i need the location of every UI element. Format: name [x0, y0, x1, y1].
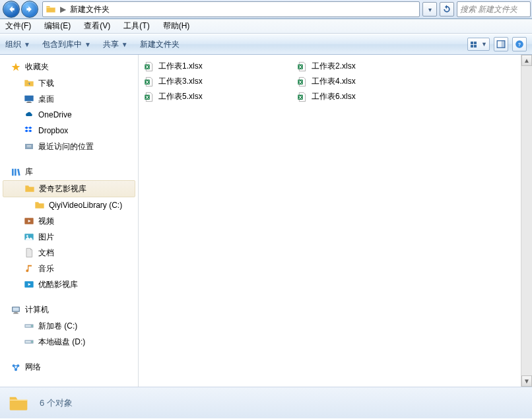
libraries-header[interactable]: 库 [0, 164, 138, 180]
svg-text:X: X [145, 79, 149, 84]
sidebar-item-music[interactable]: 音乐 [0, 261, 138, 276]
status-bar: 6 个对象 [0, 387, 532, 418]
vertical-scrollbar[interactable]: ▲ ▼ [521, 55, 532, 387]
file-item[interactable]: X 工作表5.xlsx [140, 89, 293, 104]
tree-label: 本地磁盘 (D:) [38, 336, 85, 348]
sidebar-item-videos[interactable]: 视频 [0, 213, 138, 229]
svg-text:X: X [298, 79, 302, 84]
file-item[interactable]: X 工作表3.xlsx [140, 74, 293, 89]
excel-file-icon: X [297, 77, 308, 87]
svg-rect-1 [502, 41, 505, 48]
scroll-down-button[interactable]: ▼ [521, 375, 532, 387]
sidebar-item-iqiyi-c[interactable]: QiyiVideoLibrary (C:) [0, 197, 138, 213]
chevron-right-icon: ▶ [57, 5, 69, 14]
tree-label: OneDrive [38, 109, 72, 121]
svg-text:?: ? [518, 42, 521, 47]
search-input[interactable]: 搜索 新建文件夹 [457, 1, 531, 17]
explorer-body: 收藏夹 下载 桌面 OneDrive Dropbox 最近访问的位置 库 [0, 55, 532, 387]
preview-pane-button[interactable] [494, 37, 508, 51]
onedrive-icon [24, 110, 34, 120]
help-button[interactable]: ? [512, 37, 527, 51]
menu-help[interactable]: 帮助(H) [160, 19, 193, 33]
share-button[interactable]: 共享 ▼ [103, 39, 128, 50]
computer-header[interactable]: 计算机 [0, 302, 138, 318]
sidebar-item-desktop[interactable]: 桌面 [0, 91, 138, 107]
chevron-down-icon: ▼ [121, 41, 128, 48]
sidebar-item-downloads[interactable]: 下载 [0, 75, 138, 91]
file-name: 工作表5.xlsx [158, 91, 203, 102]
navigation-pane[interactable]: 收藏夹 下载 桌面 OneDrive Dropbox 最近访问的位置 库 [0, 55, 139, 387]
file-name: 工作表3.xlsx [158, 76, 203, 87]
organize-button[interactable]: 组织 ▼ [5, 39, 30, 50]
go-dropdown-button[interactable]: ▾ [422, 2, 437, 16]
drive-icon [24, 321, 34, 331]
sidebar-item-drive-c[interactable]: 新加卷 (C:) [0, 318, 138, 334]
arrow-left-icon [7, 5, 16, 14]
svg-text:X: X [298, 94, 302, 100]
favorites-label: 收藏夹 [25, 61, 49, 73]
file-name: 工作表6.xlsx [312, 91, 356, 102]
sidebar-item-onedrive[interactable]: OneDrive [0, 107, 138, 123]
include-in-library-button[interactable]: 包含到库中 ▼ [42, 39, 91, 50]
menu-bar: 文件(F) 编辑(E) 查看(V) 工具(T) 帮助(H) [0, 19, 532, 34]
network-icon [11, 362, 21, 373]
video-library-icon [24, 216, 34, 226]
computer-label: 计算机 [25, 304, 49, 315]
arrow-right-icon [25, 5, 34, 14]
sidebar-item-recent[interactable]: 最近访问的位置 [0, 139, 138, 154]
include-label: 包含到库中 [42, 39, 82, 50]
excel-file-icon: X [144, 92, 154, 102]
svg-point-17 [32, 325, 32, 326]
computer-icon [11, 305, 21, 315]
tree-label: Dropbox [38, 125, 68, 137]
menu-view[interactable]: 查看(V) [81, 19, 113, 33]
sidebar-item-documents[interactable]: 文档 [0, 245, 138, 261]
file-item[interactable]: X 工作表1.xlsx [140, 59, 293, 74]
menu-tools[interactable]: 工具(T) [121, 19, 152, 33]
dropbox-icon [24, 125, 34, 136]
chevron-down-icon: ▼ [84, 41, 91, 48]
status-count: 6 个对象 [40, 397, 73, 409]
file-item[interactable]: X 工作表2.xlsx [293, 59, 446, 74]
svg-rect-14 [13, 313, 18, 313]
forward-button[interactable] [21, 1, 38, 18]
refresh-button[interactable] [440, 2, 454, 16]
excel-file-icon: X [297, 61, 308, 72]
content-pane[interactable]: X 工作表1.xlsx X 工作表3.xlsx X 工作表5.xlsx X 工作… [139, 55, 532, 387]
breadcrumb[interactable]: ▶ 新建文件夹 [42, 1, 420, 17]
network-header[interactable]: 网络 [0, 359, 138, 375]
organize-label: 组织 [5, 39, 21, 50]
sidebar-item-drive-d[interactable]: 本地磁盘 (D:) [0, 334, 138, 350]
tree-label: 桌面 [38, 93, 54, 105]
new-folder-button[interactable]: 新建文件夹 [140, 39, 180, 50]
breadcrumb-current[interactable]: 新建文件夹 [69, 4, 111, 15]
svg-rect-5 [27, 102, 30, 102]
file-item[interactable]: X 工作表6.xlsx [293, 89, 446, 104]
sidebar-item-youku[interactable]: 优酷影视库 [0, 276, 138, 292]
nav-buttons [0, 0, 41, 18]
address-right-controls: ▾ 搜索 新建文件夹 [421, 0, 532, 18]
back-button[interactable] [3, 1, 20, 18]
svg-point-20 [32, 341, 32, 342]
sidebar-item-pictures[interactable]: 图片 [0, 229, 138, 245]
menu-edit[interactable]: 编辑(E) [42, 19, 73, 33]
video-library-icon [24, 279, 34, 290]
command-bar: 组织 ▼ 包含到库中 ▼ 共享 ▼ 新建文件夹 ▼ ? [0, 34, 532, 55]
libraries-label: 库 [25, 166, 33, 177]
folder-icon [24, 183, 35, 194]
refresh-icon [442, 5, 451, 14]
files-area[interactable]: X 工作表1.xlsx X 工作表3.xlsx X 工作表5.xlsx X 工作… [139, 55, 532, 387]
file-item[interactable]: X 工作表4.xlsx [293, 74, 446, 89]
chevron-down-icon: ▾ [428, 6, 432, 13]
view-options-button[interactable]: ▼ [467, 38, 490, 51]
favorites-header[interactable]: 收藏夹 [0, 59, 138, 75]
folder-icon [46, 4, 56, 15]
folder-icon [34, 200, 45, 210]
sidebar-item-dropbox[interactable]: Dropbox [0, 123, 138, 139]
svg-rect-4 [24, 96, 33, 102]
sidebar-item-iqiyi[interactable]: 爱奇艺影视库 [3, 180, 135, 197]
view-grid-icon [471, 42, 481, 48]
drive-icon [24, 337, 34, 347]
scroll-up-button[interactable]: ▲ [521, 55, 532, 66]
menu-file[interactable]: 文件(F) [3, 19, 34, 33]
